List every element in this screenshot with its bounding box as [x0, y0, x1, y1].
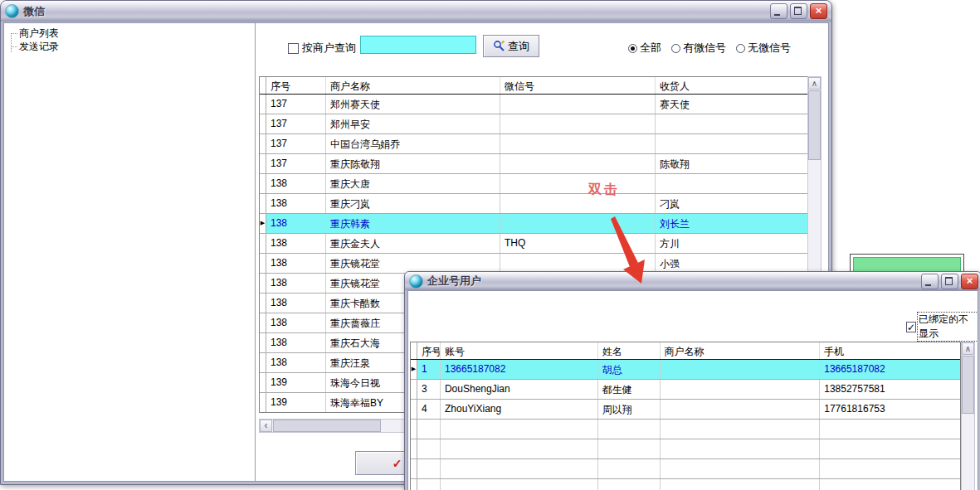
table-cell[interactable]: [661, 380, 821, 399]
query-button[interactable]: 查询: [483, 35, 539, 57]
table-cell[interactable]: 137: [266, 154, 326, 173]
table-cell[interactable]: 138: [266, 333, 326, 352]
table-cell[interactable]: 刁岚: [656, 194, 807, 213]
table-cell[interactable]: ZhouYiXiang: [441, 400, 598, 419]
table-cell[interactable]: 周以翔: [598, 400, 661, 419]
table-cell[interactable]: 137: [266, 95, 326, 114]
table-cell[interactable]: 中国台湾乌娟乔: [326, 134, 500, 153]
table-cell[interactable]: 重庆大唐: [326, 174, 500, 193]
table-cell[interactable]: [500, 254, 656, 273]
table-row[interactable]: 137中国台湾乌娟乔: [260, 134, 807, 154]
table-cell[interactable]: 138: [266, 254, 326, 273]
column-header[interactable]: 收货人: [656, 77, 807, 94]
sidebar-item[interactable]: 商户列表: [17, 27, 59, 40]
table-cell[interactable]: 13852757581: [820, 380, 960, 399]
table-row[interactable]: 138重庆大唐: [260, 174, 807, 194]
hscrollbar-thumb[interactable]: [273, 420, 381, 432]
scroll-up-icon[interactable]: ∧: [962, 342, 974, 355]
hide-bound-checkbox[interactable]: ✓: [906, 322, 916, 332]
table-cell[interactable]: 重庆陈敬翔: [326, 154, 500, 173]
table-row[interactable]: ▶138重庆韩素刘长兰: [260, 214, 807, 234]
table-cell[interactable]: [661, 360, 821, 379]
radio-icon[interactable]: [671, 44, 680, 53]
popup-minimize-button[interactable]: [921, 274, 939, 289]
table-cell[interactable]: [656, 114, 807, 133]
close-button[interactable]: ×: [810, 3, 827, 19]
table-cell[interactable]: 138: [266, 194, 326, 213]
radio-option[interactable]: 全部: [628, 41, 661, 56]
table-row[interactable]: 4ZhouYiXiang周以翔17761816753: [411, 400, 960, 420]
table-row[interactable]: 3DouShengJian都生健13852757581: [411, 380, 960, 400]
column-header[interactable]: 序号: [417, 342, 441, 359]
vscrollbar-thumb[interactable]: [962, 356, 974, 414]
popup-titlebar[interactable]: 企业号用户 ×: [405, 272, 980, 290]
popup-maximize-button[interactable]: [941, 274, 958, 289]
column-header[interactable]: 微信号: [500, 77, 656, 94]
table-cell[interactable]: 4: [417, 400, 441, 419]
table-cell[interactable]: 139: [266, 373, 326, 392]
table-cell[interactable]: 郑州早安: [326, 114, 500, 133]
minimize-button[interactable]: [770, 3, 787, 19]
table-row[interactable]: 138重庆金夫人THQ方川: [260, 234, 807, 254]
table-cell[interactable]: 13665187082: [441, 360, 598, 379]
table-cell[interactable]: [500, 95, 656, 114]
table-cell[interactable]: 13665187082: [820, 360, 960, 379]
table-cell[interactable]: 138: [266, 234, 326, 253]
column-header[interactable]: 商户名称: [326, 77, 500, 94]
table-cell[interactable]: 小强: [656, 254, 807, 273]
table-cell[interactable]: 138: [266, 353, 326, 372]
merchant-search-input[interactable]: [360, 36, 476, 54]
table-cell[interactable]: [500, 154, 656, 173]
table-cell[interactable]: [500, 174, 656, 193]
table-row[interactable]: 137郑州早安: [260, 114, 807, 134]
table-row[interactable]: ▶113665187082胡总13665187082: [411, 360, 960, 380]
radio-option[interactable]: 无微信号: [736, 41, 791, 56]
table-cell[interactable]: 138: [266, 214, 326, 233]
column-header[interactable]: 姓名: [598, 342, 661, 359]
table-cell[interactable]: 1: [417, 360, 441, 379]
table-cell[interactable]: 138: [266, 274, 326, 293]
vscrollbar-thumb[interactable]: [808, 90, 821, 160]
table-cell[interactable]: 138: [266, 174, 326, 193]
table-row[interactable]: 137郑州赛天使赛天使: [260, 95, 807, 114]
table-cell[interactable]: 17761816753: [820, 400, 960, 419]
table-cell[interactable]: 赛天使: [656, 95, 807, 114]
table-cell[interactable]: 137: [266, 134, 326, 153]
table-cell[interactable]: 方川: [656, 234, 807, 253]
main-titlebar[interactable]: 微信 ×: [1, 1, 831, 22]
radio-icon[interactable]: [628, 44, 637, 53]
hide-bound-filter[interactable]: ✓ 已绑定的不显示: [906, 313, 978, 341]
table-cell[interactable]: [500, 194, 656, 213]
column-header[interactable]: 商户名称: [661, 342, 821, 359]
table-cell[interactable]: 139: [266, 393, 326, 412]
table-cell[interactable]: [500, 114, 656, 133]
table-cell[interactable]: THQ: [500, 234, 656, 253]
table-cell[interactable]: 陈敬翔: [656, 154, 807, 173]
column-header[interactable]: 账号: [441, 342, 598, 359]
users-table-vscrollbar[interactable]: ∧: [961, 342, 975, 490]
scroll-up-icon[interactable]: ∧: [808, 77, 821, 90]
table-row[interactable]: 138重庆刁岚刁岚: [260, 194, 807, 214]
table-cell[interactable]: 重庆镜花堂: [326, 254, 500, 273]
table-cell[interactable]: [656, 134, 807, 153]
popup-close-button[interactable]: ×: [961, 274, 978, 289]
table-cell[interactable]: 重庆韩素: [326, 214, 500, 233]
merchant-filter-checkbox[interactable]: [288, 43, 299, 54]
table-cell[interactable]: 刘长兰: [656, 214, 807, 233]
table-cell[interactable]: [656, 174, 807, 193]
table-row[interactable]: 137重庆陈敬翔陈敬翔: [260, 154, 807, 174]
table-cell[interactable]: [500, 134, 656, 153]
table-cell[interactable]: 137: [266, 114, 326, 133]
table-cell[interactable]: 重庆刁岚: [326, 194, 500, 213]
table-cell[interactable]: 都生健: [598, 380, 661, 399]
table-cell[interactable]: 138: [266, 313, 326, 332]
radio-option[interactable]: 有微信号: [671, 41, 726, 56]
column-header[interactable]: 序号: [266, 77, 326, 94]
scroll-left-icon[interactable]: ‹: [260, 420, 272, 432]
table-cell[interactable]: 胡总: [598, 360, 661, 379]
column-header[interactable]: 手机: [820, 342, 960, 359]
table-cell[interactable]: DouShengJian: [441, 380, 598, 399]
table-cell[interactable]: 郑州赛天使: [326, 95, 500, 114]
merchant-filter[interactable]: 按商户查询: [288, 41, 356, 56]
table-cell[interactable]: [661, 400, 821, 419]
